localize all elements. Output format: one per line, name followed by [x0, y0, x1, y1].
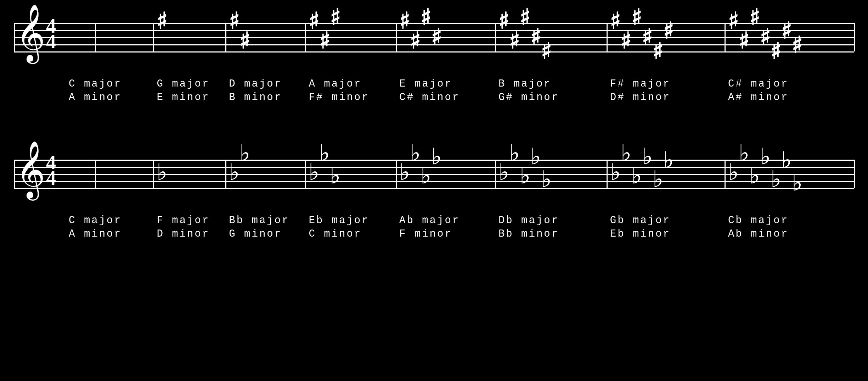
- staff-system-1: 𝄞44♯♯♯♯♯♯♯♯♯♯♯♯♯♯♯♯♯♯♯♯♯♯♯♯♯♯♯♯C majorG …: [14, 23, 854, 51]
- barline: [153, 23, 154, 51]
- time-sig-denominator: 4: [46, 34, 56, 49]
- flat-accidental: ♭: [631, 165, 642, 187]
- staff-lines: 𝄞44♭♭♭♭♭♭♭♭♭♭♭♭♭♭♭♭♭♭♭♭♭♭♭♭♭♭♭♭: [14, 160, 854, 188]
- barline: [225, 160, 226, 188]
- staff-system-2: 𝄞44♭♭♭♭♭♭♭♭♭♭♭♭♭♭♭♭♭♭♭♭♭♭♭♭♭♭♭♭C majorF …: [14, 160, 854, 188]
- flat-accidental: ♭: [739, 142, 749, 165]
- sharp-accidental: ♯: [610, 10, 621, 32]
- sharp-accidental: ♯: [509, 29, 520, 52]
- key-label-minor: Eb minor: [610, 228, 671, 240]
- key-label-major: F major: [157, 215, 210, 226]
- barline: [725, 23, 726, 51]
- barline: [495, 23, 496, 51]
- sharp-accidental: ♯: [410, 29, 421, 52]
- staff-lines: 𝄞44♯♯♯♯♯♯♯♯♯♯♯♯♯♯♯♯♯♯♯♯♯♯♯♯♯♯♯♯: [14, 23, 854, 51]
- barline: [225, 23, 226, 51]
- key-label-major: Eb major: [309, 215, 369, 226]
- key-label-minor: E minor: [157, 92, 210, 103]
- sharp-accidental: ♯: [229, 10, 240, 32]
- sharp-accidental: ♯: [330, 6, 341, 29]
- key-label-minor: B minor: [229, 92, 282, 103]
- flat-accidental: ♭: [509, 142, 520, 165]
- sharp-accidental: ♯: [541, 40, 552, 63]
- barline: [305, 23, 306, 51]
- sharp-accidental: ♯: [642, 26, 653, 49]
- flat-accidental: ♭: [319, 142, 330, 165]
- key-label-minor: F# minor: [309, 92, 369, 103]
- key-label-minor: C# minor: [399, 92, 460, 103]
- key-label-minor: G minor: [229, 228, 282, 240]
- barline: [95, 23, 96, 51]
- flat-accidental: ♭: [498, 161, 509, 184]
- key-label-major: Bb major: [229, 215, 289, 226]
- flat-accidental: ♭: [431, 145, 442, 168]
- key-label-major: C major: [69, 215, 122, 226]
- flat-accidental: ♭: [399, 161, 410, 184]
- sharp-accidental: ♯: [157, 10, 168, 32]
- key-label-major: C# major: [728, 78, 789, 90]
- barline: [396, 23, 397, 51]
- key-label-minor: D# minor: [610, 92, 671, 103]
- key-label-major: F# major: [610, 78, 671, 90]
- time-sig-denominator: 4: [46, 170, 56, 186]
- flat-accidental: ♭: [410, 142, 421, 165]
- sharp-accidental: ♯: [631, 6, 642, 29]
- sharp-accidental: ♯: [663, 20, 674, 42]
- key-label-minor: G# minor: [498, 92, 559, 103]
- flat-accidental: ♭: [653, 168, 663, 191]
- flat-accidental: ♭: [330, 165, 340, 187]
- flat-accidental: ♭: [760, 145, 771, 168]
- key-label-major: Db major: [498, 215, 559, 226]
- flat-accidental: ♭: [520, 165, 530, 187]
- sharp-accidental: ♯: [431, 26, 442, 49]
- flat-accidental: ♭: [771, 168, 781, 191]
- key-label-major: A major: [309, 78, 362, 90]
- flat-accidental: ♭: [157, 161, 167, 184]
- key-label-major: E major: [399, 78, 452, 90]
- flat-accidental: ♭: [610, 161, 621, 184]
- barline: [725, 160, 726, 188]
- sharp-accidental: ♯: [749, 6, 760, 29]
- flat-accidental: ♭: [541, 168, 552, 191]
- barline: [153, 160, 154, 188]
- key-label-major: D major: [229, 78, 282, 90]
- flat-accidental: ♭: [792, 172, 802, 194]
- time-signature: 44: [46, 18, 56, 49]
- sharp-accidental: ♯: [739, 29, 750, 52]
- sharp-accidental: ♯: [771, 40, 782, 63]
- key-label-major: Ab major: [399, 215, 460, 226]
- key-label-major: G major: [157, 78, 210, 90]
- sharp-accidental: ♯: [781, 20, 792, 42]
- key-label-minor: Ab minor: [728, 228, 789, 240]
- barline: [607, 160, 608, 188]
- flat-accidental: ♭: [621, 142, 631, 165]
- sharp-accidental: ♯: [760, 26, 771, 49]
- key-label-minor: A minor: [69, 228, 122, 240]
- sharp-accidental: ♯: [530, 26, 541, 49]
- key-label-major: B major: [498, 78, 552, 90]
- key-label-major: Cb major: [728, 215, 789, 226]
- sharp-accidental: ♯: [653, 40, 664, 63]
- key-label-minor: C minor: [309, 228, 362, 240]
- key-label-minor: A minor: [69, 92, 122, 103]
- key-label-minor: A# minor: [728, 92, 789, 103]
- key-label-major: C major: [69, 78, 122, 90]
- sharp-accidental: ♯: [309, 10, 320, 32]
- flat-accidental: ♭: [663, 149, 674, 172]
- barline: [607, 23, 608, 51]
- key-label-major: Gb major: [610, 215, 671, 226]
- sharp-accidental: ♯: [621, 29, 632, 52]
- sharp-accidental: ♯: [792, 34, 803, 56]
- flat-accidental: ♭: [781, 149, 792, 172]
- sharp-accidental: ♯: [421, 6, 432, 29]
- flat-accidental: ♭: [749, 165, 760, 187]
- barline: [854, 160, 855, 188]
- barline: [305, 160, 306, 188]
- barline-start: [14, 23, 15, 51]
- barline: [854, 23, 855, 51]
- key-label-minor: F minor: [399, 228, 452, 240]
- flat-accidental: ♭: [642, 145, 653, 168]
- key-label-minor: Bb minor: [498, 228, 559, 240]
- sharp-accidental: ♯: [239, 29, 250, 52]
- key-label-minor: D minor: [157, 228, 210, 240]
